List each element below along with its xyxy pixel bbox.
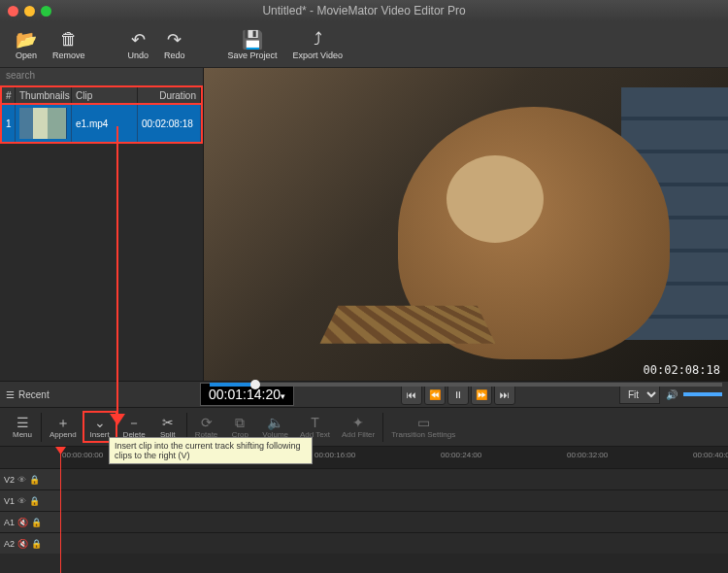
- seek-bar[interactable]: [210, 383, 722, 387]
- export-icon: ⤴: [314, 29, 322, 51]
- preview-frame: 00:02:08:18: [204, 68, 728, 381]
- track-v1[interactable]: [60, 489, 728, 511]
- menu-icon: ☰: [17, 415, 29, 430]
- lock-icon[interactable]: 🔒: [31, 518, 42, 527]
- remove-button[interactable]: 🗑 Remove: [45, 27, 93, 62]
- annotation-arrow: [116, 126, 118, 418]
- lock-icon[interactable]: 🔒: [29, 475, 40, 485]
- text-icon: T: [311, 415, 319, 430]
- track-head-a2[interactable]: A2🔇🔒: [0, 532, 60, 554]
- annotation-arrowhead: [110, 414, 125, 425]
- preview-timestamp: 00:02:08:18: [644, 363, 720, 377]
- col-clip[interactable]: Clip: [72, 87, 138, 103]
- volume-icon[interactable]: 🔊: [666, 389, 678, 400]
- col-thumbnails[interactable]: Thumbnails: [16, 87, 72, 103]
- mute-icon[interactable]: 🔇: [17, 518, 28, 527]
- clip-table-header: # Thumbnails Clip Duration: [0, 85, 203, 105]
- search-input[interactable]: search: [0, 68, 203, 85]
- save-icon: 💾: [242, 29, 263, 51]
- undo-button[interactable]: ↶ Undo: [120, 27, 157, 62]
- insert-tooltip: Insert clip into the current track shift…: [109, 437, 313, 464]
- redo-icon: ↷: [167, 29, 182, 51]
- save-project-button[interactable]: 💾 Save Project: [220, 27, 285, 62]
- add-filter-button[interactable]: ✦Add Filter: [336, 413, 381, 441]
- open-folder-icon: 📂: [16, 29, 37, 51]
- rotate-icon: ⟳: [201, 415, 213, 430]
- undo-icon: ↶: [131, 29, 146, 51]
- recent-dropdown[interactable]: Recent: [18, 389, 50, 400]
- plus-icon: ＋: [56, 415, 70, 430]
- transition-button[interactable]: ▭Transition Settings: [385, 413, 461, 441]
- lock-icon[interactable]: 🔒: [29, 496, 40, 506]
- titlebar: Untitled* - MovieMator Video Editor Pro: [0, 0, 728, 21]
- zoom-fit-select[interactable]: Fit: [619, 386, 660, 404]
- skip-start-button[interactable]: ⏮: [401, 384, 422, 405]
- history-icon: ☰: [6, 389, 15, 400]
- track-a2[interactable]: [60, 532, 728, 554]
- window-title: Untitled* - MovieMator Video Editor Pro: [0, 4, 728, 17]
- mute-icon[interactable]: 🔇: [17, 539, 28, 549]
- speaker-icon: 🔈: [267, 415, 283, 430]
- filter-icon: ✦: [352, 415, 364, 430]
- lock-icon[interactable]: 🔒: [31, 539, 42, 549]
- split-icon: ✂: [162, 415, 174, 430]
- volume-slider[interactable]: [683, 392, 722, 396]
- play-pause-button[interactable]: ⏸: [447, 384, 469, 405]
- forward-button[interactable]: ⏩: [471, 384, 492, 405]
- transition-icon: ▭: [417, 415, 430, 430]
- crop-icon: ⧉: [235, 415, 245, 430]
- clip-row[interactable]: 1 e1.mp4 00:02:08:18: [0, 105, 203, 144]
- track-head-v2[interactable]: V2👁🔒: [0, 468, 60, 489]
- chevron-down-icon: ⌄: [94, 415, 106, 430]
- col-duration[interactable]: Duration: [138, 87, 201, 103]
- minus-icon: －: [127, 415, 141, 430]
- track-a1[interactable]: [60, 511, 728, 532]
- track-head-a1[interactable]: A1🔇🔒: [0, 511, 60, 532]
- preview-panel[interactable]: 00:02:08:18: [204, 68, 728, 381]
- eye-icon[interactable]: 👁: [17, 475, 26, 485]
- redo-button[interactable]: ↷ Redo: [156, 27, 193, 62]
- main-toolbar: 📂 Open 🗑 Remove ↶ Undo ↷ Redo 💾 Save Pro…: [0, 21, 728, 68]
- clip-thumbnail: [19, 108, 67, 139]
- menu-button[interactable]: ☰Menu: [6, 413, 39, 441]
- append-button[interactable]: ＋Append: [44, 413, 83, 441]
- rewind-button[interactable]: ⏪: [424, 384, 446, 405]
- eye-icon[interactable]: 👁: [17, 496, 26, 506]
- timeline[interactable]: V2👁🔒 V1👁🔒 A1🔇🔒 A2🔇🔒 00:00:00:00 00:00:08…: [0, 447, 728, 573]
- playhead[interactable]: [60, 447, 61, 573]
- skip-end-button[interactable]: ⏭: [494, 384, 515, 405]
- col-num[interactable]: #: [2, 87, 16, 103]
- track-head-v1[interactable]: V1👁🔒: [0, 489, 60, 511]
- track-v2[interactable]: [60, 468, 728, 489]
- open-button[interactable]: 📂 Open: [8, 27, 45, 62]
- media-panel: search # Thumbnails Clip Duration 1 e1.m…: [0, 68, 204, 381]
- trash-icon: 🗑: [60, 29, 78, 51]
- export-video-button[interactable]: ⤴ Export Video: [285, 27, 350, 62]
